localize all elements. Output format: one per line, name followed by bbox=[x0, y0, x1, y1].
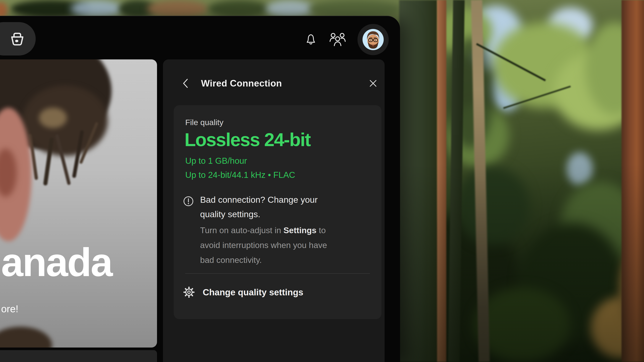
banner-caption: ore! bbox=[1, 303, 18, 315]
screenshot-canvas: anada ore! Wired Connection File quality… bbox=[0, 0, 644, 362]
warning-title-line: quality settings. bbox=[200, 207, 327, 221]
promo-banner[interactable]: anada ore! bbox=[0, 59, 157, 348]
quality-card: File quality Lossless 24-bit Up to 1 GB/… bbox=[174, 105, 382, 319]
bell-icon[interactable] bbox=[304, 32, 318, 46]
warning-body: Turn on auto-adjust in Settings to avoid… bbox=[200, 223, 327, 268]
warning-row: Bad connection? Change your quality sett… bbox=[183, 193, 327, 268]
avatar[interactable] bbox=[358, 24, 389, 55]
warning-body-text: Turn on auto-adjust in bbox=[200, 226, 284, 235]
gear-icon bbox=[183, 286, 195, 298]
basket-icon bbox=[8, 30, 26, 47]
warning-body-line: avoid interruptions when you have bbox=[200, 238, 327, 253]
hair-highlight bbox=[39, 108, 67, 128]
warning-body-line: bad connectivity. bbox=[200, 253, 327, 268]
panel-title: Wired Connection bbox=[201, 78, 282, 88]
banner-headline: anada bbox=[1, 242, 112, 282]
close-button close-icon[interactable] bbox=[368, 78, 378, 88]
change-quality-button[interactable]: Change quality settings bbox=[183, 286, 303, 298]
top-bar bbox=[0, 16, 400, 59]
next-banner-peek bbox=[0, 350, 157, 362]
file-quality-label: File quality bbox=[185, 118, 224, 127]
quality-panel: Wired Connection File quality Lossless 2… bbox=[163, 59, 384, 362]
avatar-memoji bbox=[362, 29, 384, 50]
quality-detail-format: Up to 24-bit/44.1 kHz • FLAC bbox=[185, 170, 295, 180]
warning-body-line: Turn on auto-adjust in Settings to bbox=[200, 223, 327, 238]
alert-circle-icon bbox=[183, 196, 194, 207]
people-icon[interactable] bbox=[329, 32, 346, 47]
divider bbox=[185, 273, 370, 274]
shoulder-blob bbox=[0, 327, 52, 348]
back-button chevron-left-icon[interactable] bbox=[181, 78, 190, 89]
warning-title-line: Bad connection? Change your bbox=[200, 193, 327, 207]
quality-detail-bitrate: Up to 1 GB/hour bbox=[185, 156, 247, 166]
quality-value: Lossless 24-bit bbox=[184, 129, 310, 150]
settings-link[interactable]: Settings bbox=[284, 226, 316, 235]
change-quality-label: Change quality settings bbox=[203, 287, 303, 297]
warning-body-text: to bbox=[316, 226, 326, 235]
warning-text: Bad connection? Change your quality sett… bbox=[200, 193, 327, 268]
tray-button[interactable] bbox=[0, 22, 36, 55]
app-window: anada ore! Wired Connection File quality… bbox=[0, 16, 400, 362]
